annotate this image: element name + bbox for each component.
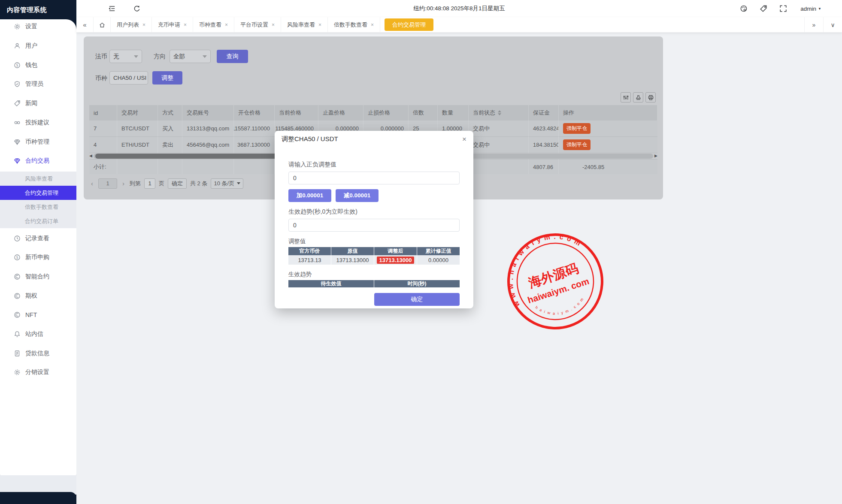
- tab-risk-rate-view[interactable]: 风险率查看×: [281, 17, 328, 33]
- sidebar-item-contract-trading[interactable]: 合约交易: [0, 151, 76, 170]
- user-icon: [14, 42, 21, 49]
- close-icon[interactable]: ×: [142, 22, 145, 28]
- app-title: 内容管理系统: [0, 0, 76, 19]
- sidebar-item-leverage-lots-view[interactable]: 倍数手数查看: [0, 200, 76, 214]
- force-close-button[interactable]: 强制平仓: [563, 139, 591, 150]
- adjust-button[interactable]: 调整: [152, 71, 182, 85]
- sidebar-item-new-coin-subscription[interactable]: 新币申购: [0, 248, 76, 267]
- sidebar-item-contract-trade-orders[interactable]: 合约交易订单: [0, 214, 76, 228]
- tabs-scroll-right-button[interactable]: »: [804, 17, 823, 33]
- goto-confirm-button[interactable]: 确定: [168, 178, 187, 189]
- force-close-button[interactable]: 强制平仓: [563, 123, 591, 134]
- palette-icon[interactable]: [740, 5, 748, 12]
- export-icon[interactable]: [633, 92, 643, 103]
- next-page-icon[interactable]: ›: [121, 180, 126, 187]
- close-icon[interactable]: ×: [184, 22, 187, 28]
- sidebar-item-distribution-settings[interactable]: 分销设置: [0, 363, 76, 382]
- sidebar-item-feedback[interactable]: 投拆建议: [0, 113, 76, 132]
- columns-icon[interactable]: [621, 92, 631, 103]
- sidebar-item-wallet[interactable]: 钱包: [0, 56, 76, 75]
- tabs-menu-button[interactable]: ∨: [823, 17, 842, 33]
- scroll-left-icon[interactable]: ◀: [89, 154, 92, 158]
- modal-header: 调整CHA50 / USDT ×: [275, 131, 473, 147]
- watermark-bottom-arc-text: h a i w a i y m . c o m: [534, 290, 588, 323]
- trend-table-header: 待生效值: [288, 280, 374, 287]
- goto-page-input[interactable]: [144, 178, 155, 189]
- close-icon[interactable]: ×: [225, 22, 228, 28]
- column-header: 开仓价格: [234, 105, 275, 121]
- plus-step-button[interactable]: 加0.00001: [288, 189, 331, 202]
- tab-coin-view[interactable]: 币种查看×: [193, 17, 234, 33]
- sidebar-item-label: 记录查看: [25, 235, 49, 242]
- bell-icon: [14, 331, 21, 338]
- page-size-value: 10 条/页: [214, 180, 234, 187]
- close-icon[interactable]: ×: [371, 22, 374, 28]
- sidebar-item-label: 新币申购: [25, 254, 49, 261]
- column-header: 交易对: [117, 105, 158, 121]
- print-icon[interactable]: [645, 92, 656, 103]
- tabs-scroll-left-button[interactable]: «: [76, 17, 94, 33]
- table-toolbar: [89, 90, 657, 105]
- trend-table-label: 生效趋势: [288, 271, 460, 278]
- minus-step-button[interactable]: 减0.00001: [336, 189, 379, 202]
- infinity-icon: [14, 119, 21, 126]
- gem-icon: [14, 139, 21, 145]
- sidebar-item-options[interactable]: 期权: [0, 287, 76, 305]
- sidebar-item-users[interactable]: 用户: [0, 36, 76, 55]
- cell-margin: 4623.4824: [529, 121, 559, 137]
- fiat-select-value: 无: [113, 53, 119, 60]
- chevron-down-icon: [237, 182, 240, 184]
- close-icon[interactable]: ×: [462, 136, 466, 143]
- scroll-right-icon[interactable]: ▶: [654, 154, 657, 158]
- cell-status: 交易中: [469, 137, 529, 153]
- prev-page-icon[interactable]: ‹: [89, 180, 95, 187]
- cumulative-correction-cell: 0.00000: [417, 255, 460, 265]
- confirm-button[interactable]: 确定: [374, 293, 460, 306]
- cell-side: 卖出: [158, 137, 182, 153]
- tag-icon: [14, 100, 21, 107]
- svg-text:w w w . h a i w a i y m . c o: w w w . h a i w a i y m . c o m: [506, 232, 596, 309]
- tab-user-list[interactable]: 用户列表×: [111, 17, 152, 33]
- page-size-select[interactable]: 10 条/页: [211, 178, 243, 189]
- sidebar-item-risk-rate-view[interactable]: 风险率查看: [0, 172, 76, 186]
- home-tab-button[interactable]: [94, 17, 111, 33]
- sidebar-item-settings[interactable]: 设置: [0, 17, 76, 36]
- sidebar-item-loan-info[interactable]: 贷款信息: [0, 344, 76, 363]
- sidebar-item-nft[interactable]: NFT: [0, 305, 76, 324]
- cell-open-price: 115587.110000: [234, 121, 275, 137]
- adjust-table: 官方币价 原值 调整后 累计修正值 13713.13 13713.13000 1…: [288, 247, 460, 265]
- user-menu[interactable]: admin ▼: [800, 0, 821, 17]
- total-count-label: 共 2 条: [190, 180, 207, 187]
- tag-icon[interactable]: [760, 5, 767, 12]
- sidebar-item-smart-contract[interactable]: 智能合约: [0, 267, 76, 286]
- adjust-value-input[interactable]: [288, 172, 460, 184]
- coin-select[interactable]: CHA50 / USI: [109, 71, 148, 85]
- tab-contract-trade-management[interactable]: 合约交易管理: [385, 18, 433, 31]
- coin-select-value: CHA50 / USI: [113, 75, 146, 81]
- sidebar-item-contract-trade-management[interactable]: 合约交易管理: [0, 186, 76, 200]
- clock-icon: [14, 235, 21, 242]
- sidebar-item-coin-management[interactable]: 币种管理: [0, 133, 76, 151]
- close-icon[interactable]: ×: [272, 22, 275, 28]
- close-icon[interactable]: ×: [318, 22, 321, 28]
- fullscreen-icon[interactable]: [779, 5, 787, 12]
- trend-seconds-input[interactable]: [288, 219, 460, 232]
- cell-pair: ETH/USDT: [117, 137, 158, 153]
- tab-platform-coin-settings[interactable]: 平台币设置×: [234, 17, 281, 33]
- tab-deposit-request[interactable]: 充币申请×: [152, 17, 193, 33]
- search-button[interactable]: 查询: [217, 50, 248, 63]
- cell-status: 交易中: [469, 121, 529, 137]
- pagination: ‹ 1 › 到第 页 确定 共 2 条 10 条/页: [89, 178, 243, 189]
- sidebar-item-site-messages[interactable]: 站内信: [0, 325, 76, 344]
- sidebar-item-news[interactable]: 新闻: [0, 94, 76, 113]
- fiat-select[interactable]: 无: [109, 50, 142, 63]
- sidebar-item-label: 智能合约: [25, 273, 49, 281]
- sidebar-item-label: 合约交易: [25, 157, 49, 165]
- tab-leverage-lots-view[interactable]: 倍数手数查看×: [328, 17, 380, 33]
- adjusted-value-badge: 13713.13000: [377, 257, 415, 264]
- sort-icon[interactable]: [498, 110, 501, 115]
- sidebar-item-admins[interactable]: 管理员: [0, 75, 76, 94]
- current-page-button[interactable]: 1: [98, 178, 117, 189]
- sidebar-item-records-view[interactable]: 记录查看: [0, 229, 76, 248]
- direction-select[interactable]: 全部: [170, 50, 211, 63]
